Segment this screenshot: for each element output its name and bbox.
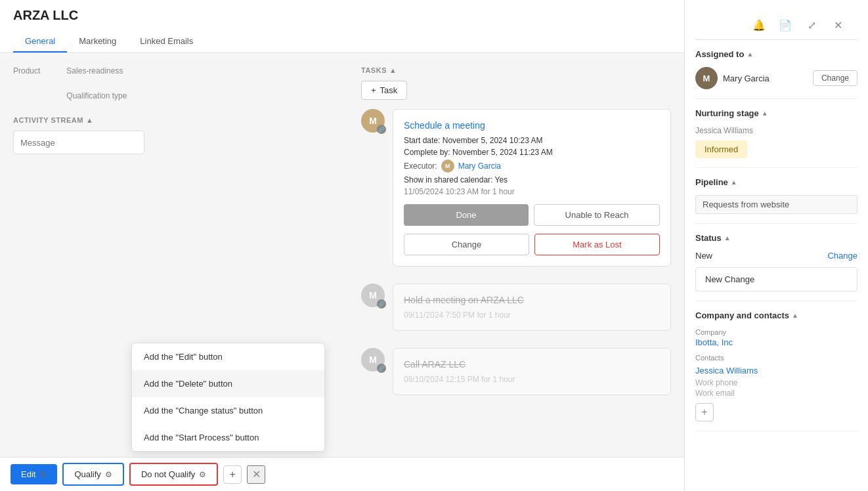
task-avatar-wrap-2: M 🔗: [361, 284, 385, 307]
tasks-chevron-icon: ▲: [389, 66, 397, 74]
calendar-value: Yes: [495, 175, 508, 184]
add-task-label: Task: [380, 85, 398, 95]
task-title-2: Hold a meeting on ARZA LLC: [404, 295, 660, 305]
executor-name-1[interactable]: Mary Garcia: [458, 161, 501, 171]
tasks-label: TASKS: [361, 66, 387, 74]
task-start-date-1: Start date: November 5, 2024 10:23 AM: [404, 136, 660, 145]
add-task-button[interactable]: + Task: [361, 81, 407, 100]
contact-jessica[interactable]: Jessica Williams: [695, 366, 857, 375]
task-card-1: Schedule a meeting Start date: November …: [393, 109, 671, 274]
nurturing-stage-header: Nurturing stage ▲: [695, 108, 857, 118]
mark-as-lost-button[interactable]: Mark as Lost: [534, 234, 660, 255]
task-row-2: M 🔗 Hold a meeting on ARZA LLC 09/11/202…: [361, 284, 671, 339]
activity-stream-label: ACTIVITY STREAM: [13, 116, 83, 124]
assigned-to-header: Assigned to ▲: [695, 49, 857, 59]
qualify-gear-icon: ⚙: [105, 470, 112, 479]
tab-linked-emails[interactable]: Linked Emails: [128, 31, 205, 53]
dropdown-item-2[interactable]: Add the "Change status" button: [132, 397, 324, 424]
donotqualify-gear-icon: ⚙: [199, 470, 206, 479]
sidebar-top-icons: 🔔 📄 ⤢ ✕: [695, 11, 857, 40]
task-card-body-2: Hold a meeting on ARZA LLC 09/11/2024 7:…: [393, 284, 671, 331]
dropdown-item-0[interactable]: Add the "Edit" button: [132, 343, 324, 370]
sales-readiness-label: Sales-readiness: [66, 66, 127, 75]
tabs: General Marketing Linked Emails: [13, 31, 671, 53]
tab-marketing[interactable]: Marketing: [67, 31, 128, 53]
add-contact-button[interactable]: +: [695, 403, 714, 421]
right-sidebar: 🔔 📄 ⤢ ✕ Assigned to ▲ M Mary Garcia Chan…: [684, 0, 868, 491]
activity-section: ACTIVITY STREAM ▲: [13, 116, 335, 154]
tab-general[interactable]: General: [13, 31, 67, 53]
do-not-qualify-button[interactable]: Do not Qualify ⚙: [129, 463, 218, 486]
tasks-col: TASKS ▲ + Task M 🔗 Schedule a meeting: [348, 53, 684, 491]
company-contacts-header: Company and contacts ▲: [695, 310, 857, 320]
executor-label: Executor:: [404, 161, 437, 171]
close-icon[interactable]: ✕: [829, 16, 847, 34]
document-icon[interactable]: 📄: [776, 16, 794, 34]
do-not-qualify-label: Do not Qualify: [141, 469, 195, 479]
unable-to-reach-button[interactable]: Unable to Reach: [534, 204, 660, 226]
done-button[interactable]: Done: [404, 204, 529, 226]
message-input[interactable]: [13, 131, 144, 154]
bell-icon[interactable]: 🔔: [750, 16, 768, 34]
calendar-label: Show in shared calendar:: [404, 175, 492, 184]
pipeline-chevron: ▲: [731, 179, 737, 186]
status-change-button[interactable]: Change: [827, 251, 857, 261]
start-date-value: November 5, 2024 10:23 AM: [443, 136, 543, 145]
task-row-1: M 🔗 Schedule a meeting Start date: Novem…: [361, 109, 671, 274]
task-card-body-1: Schedule a meeting Start date: November …: [393, 109, 671, 267]
bottom-toolbar: Edit ⚙ Qualify ⚙ Do not Qualify ⚙ + ✕: [0, 457, 684, 491]
assigned-avatar: M: [695, 67, 718, 89]
task-link-icon-2: 🔗: [377, 299, 386, 309]
nurturing-chevron: ▲: [762, 110, 768, 117]
task-time-2: 09/11/2024 7:50 PM for 1 hour: [404, 310, 660, 320]
complete-by-label: Complete by:: [404, 148, 450, 157]
toolbar-add-button[interactable]: +: [223, 465, 242, 484]
assigned-change-button[interactable]: Change: [813, 70, 857, 86]
contact-work-phone: Work phone: [695, 378, 857, 387]
company-contacts-label: Company and contacts: [695, 310, 789, 320]
task-avatar-wrap-1: M 🔗: [361, 109, 385, 133]
task-card-3: Call ARAZ LLC 08/10/2024 12:15 PM for 1 …: [393, 348, 671, 403]
dropdown-item-1[interactable]: Add the "Delete" button: [132, 370, 324, 397]
company-contacts-chevron: ▲: [792, 312, 798, 319]
executor-row-1: Executor: M Mary Garcia: [404, 160, 660, 173]
task-title-3: Call ARAZ LLC: [404, 359, 660, 370]
toolbar-close-button[interactable]: ✕: [247, 465, 265, 484]
assigned-to-chevron: ▲: [747, 51, 753, 58]
nurturing-stage-label: Nurturing stage: [695, 108, 759, 118]
pipeline-input[interactable]: Requests from website: [695, 195, 857, 214]
task-card-body-3: Call ARAZ LLC 08/10/2024 12:15 PM for 1 …: [393, 348, 671, 395]
qualify-label: Qualify: [74, 469, 100, 479]
body-content: Product Sales-readiness Qualification ty…: [0, 53, 684, 491]
toolbar-close-icon: ✕: [252, 468, 261, 480]
status-label: Status: [695, 233, 722, 243]
status-row: New Change: [695, 251, 857, 261]
stage-badge[interactable]: Informed: [695, 140, 747, 158]
product-label: Product: [13, 66, 40, 75]
company-name-link[interactable]: Ibotta, Inc: [695, 337, 857, 347]
edit-button[interactable]: Edit ⚙: [11, 464, 57, 484]
pipeline-header: Pipeline ▲: [695, 177, 857, 187]
expand-icon[interactable]: ⤢: [802, 16, 821, 34]
change-button[interactable]: Change: [404, 234, 529, 255]
assigned-name: Mary Garcia: [723, 74, 808, 83]
complete-by-value: November 5, 2024 11:23 AM: [452, 148, 553, 157]
activity-stream-header: ACTIVITY STREAM ▲: [13, 116, 335, 124]
dropdown-menu: Add the "Edit" button Add the "Delete" b…: [131, 343, 325, 452]
task-title-1: Schedule a meeting: [404, 120, 660, 131]
qualification-type-label: Qualification type: [66, 91, 127, 100]
status-header: Status ▲: [695, 233, 857, 243]
pipeline-section: Pipeline ▲ Requests from website: [695, 168, 857, 224]
nurturing-user: Jessica Williams: [695, 126, 857, 135]
task-complete-by-1: Complete by: November 5, 2024 11:23 AM: [404, 148, 660, 157]
task-time-1: 11/05/2024 10:23 AM for 1 hour: [404, 187, 660, 196]
edit-label: Edit: [21, 469, 35, 479]
executor-avatar-1: M: [441, 160, 454, 173]
pipeline-label: Pipeline: [695, 177, 728, 187]
nurturing-stage-section: Nurturing stage ▲ Jessica Williams Infor…: [695, 99, 857, 168]
qualify-button[interactable]: Qualify ⚙: [62, 463, 123, 486]
status-section: Status ▲ New Change New Change: [695, 224, 857, 301]
contacts-label: Contacts: [695, 354, 857, 362]
add-task-plus-icon: +: [371, 85, 376, 95]
dropdown-item-3[interactable]: Add the "Start Process" button: [132, 424, 324, 451]
